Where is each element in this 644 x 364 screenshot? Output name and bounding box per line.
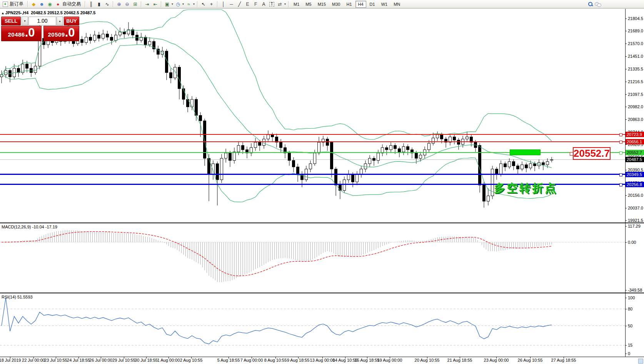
price-axis-tick bbox=[625, 18, 627, 19]
price-axis-tick bbox=[625, 107, 627, 107]
horizontal-line-button[interactable]: ─ bbox=[227, 0, 235, 8]
volume-input[interactable]: 1.00 bbox=[28, 17, 56, 25]
label-button[interactable]: T bbox=[268, 0, 276, 8]
green-highlight-rectangle[interactable] bbox=[510, 149, 541, 155]
timeframe-button-w1[interactable]: W1 bbox=[379, 1, 390, 8]
sell-price-display[interactable]: 20486.0 bbox=[1, 26, 42, 41]
indicators-button[interactable]: ≈ bbox=[185, 0, 193, 8]
rsi-axis-tick-label: 50 bbox=[628, 324, 632, 328]
timeframe-button-h1[interactable]: H1 bbox=[344, 1, 354, 8]
new-order-button-label[interactable]: 新订单 bbox=[10, 1, 23, 7]
time-axis-label: 15 Aug 18:55 bbox=[355, 358, 380, 362]
turning-point-annotation[interactable]: 多空转折点 bbox=[494, 181, 557, 196]
price-axis-tick bbox=[625, 195, 627, 196]
zoom-in-button[interactable]: ⊕ bbox=[115, 0, 123, 8]
price-axis-tick bbox=[625, 69, 627, 69]
pane-separator[interactable] bbox=[0, 292, 644, 293]
time-axis-label: 5 Aug 18:55 bbox=[217, 358, 240, 362]
pane-separator[interactable] bbox=[0, 223, 644, 223]
chart-shift-button[interactable]: ⇤ bbox=[151, 0, 159, 8]
price-axis-tick bbox=[625, 220, 627, 221]
horizontal-line-20656.1[interactable] bbox=[0, 141, 625, 142]
macd-axis-tick-label: -349.58 bbox=[628, 288, 642, 292]
macd-pane-canvas[interactable] bbox=[0, 223, 625, 292]
timeframe-button-h4[interactable]: H4 bbox=[355, 1, 366, 8]
market-watch-button[interactable]: ◉ bbox=[46, 0, 54, 8]
macd-axis-tick bbox=[625, 226, 627, 226]
period-button[interactable]: ◷ bbox=[174, 0, 182, 8]
line-handle[interactable] bbox=[619, 151, 622, 154]
price-axis-tick-label: 19921.5 bbox=[628, 218, 643, 223]
text-button[interactable]: A bbox=[260, 0, 268, 8]
new-chart-button[interactable]: ◆ bbox=[30, 0, 38, 8]
time-axis-label: 27 Aug 18:55 bbox=[551, 358, 576, 362]
timeframe-button-m15[interactable]: M15 bbox=[315, 1, 329, 8]
dropdown-caret-icon[interactable]: ▾ bbox=[284, 2, 286, 6]
timeframe-button-mn[interactable]: MN bbox=[391, 1, 403, 8]
chart-symbol-header[interactable]: ▴JPN225-,H4 20482.5 20512.5 20462.5 2048… bbox=[2, 10, 95, 15]
auto-scroll-button[interactable]: ⇥ bbox=[143, 0, 151, 8]
horizontal-line-20349.5[interactable] bbox=[0, 174, 625, 175]
macd-axis-tick bbox=[625, 290, 627, 290]
zoom-out-button[interactable]: ⊖ bbox=[123, 0, 131, 8]
dropdown-caret-icon[interactable]: ▾ bbox=[172, 2, 173, 6]
bar-chart-button[interactable]: ║ bbox=[87, 0, 95, 8]
autotrading-button-label[interactable]: 自动交易 bbox=[62, 1, 81, 7]
price-axis-tick-label: 21335.5 bbox=[628, 67, 643, 71]
vertical-line-button[interactable]: │ bbox=[219, 0, 227, 8]
big-price-textbox[interactable]: 20552.7 bbox=[573, 147, 611, 160]
rsi-indicator-label: RSI(14) 51.5593 bbox=[2, 295, 33, 299]
sell-price-pips: .0 bbox=[25, 26, 35, 39]
new-order-button[interactable]: + bbox=[1, 0, 9, 8]
buy-button[interactable]: BUY bbox=[64, 17, 79, 25]
crosshair-button[interactable]: + bbox=[207, 0, 215, 8]
time-axis-label: 29 Jul 10:55 bbox=[112, 358, 135, 362]
line-handle[interactable] bbox=[619, 133, 622, 136]
time-axis-label: 21 Aug 18:55 bbox=[447, 358, 472, 362]
profiles-button[interactable]: ☻ bbox=[38, 0, 46, 8]
price-axis-tick bbox=[625, 144, 627, 145]
chat-button[interactable] bbox=[594, 1, 602, 8]
cursor-button[interactable]: ↖ bbox=[199, 0, 207, 8]
line-chart-button[interactable]: ∿ bbox=[103, 0, 111, 8]
timeframe-button-m1[interactable]: M1 bbox=[291, 1, 302, 8]
line-handle[interactable] bbox=[619, 183, 622, 186]
line-handle[interactable] bbox=[619, 173, 622, 176]
time-axis-label: 13 Aug 00:00 bbox=[310, 358, 335, 362]
price-axis-tick-label: 20982.0 bbox=[628, 104, 643, 109]
timeframe-button-m30[interactable]: M30 bbox=[329, 1, 343, 8]
trendline-button[interactable]: ╱ bbox=[235, 0, 244, 8]
symbol-label: JPN225-,H4 bbox=[5, 10, 29, 15]
timeframe-button-d1[interactable]: D1 bbox=[367, 1, 378, 8]
search-button[interactable] bbox=[587, 1, 594, 8]
timeframe-button-m5[interactable]: M5 bbox=[303, 1, 314, 8]
dropdown-caret-icon[interactable]: ▾ bbox=[193, 2, 195, 6]
candlestick-button[interactable]: ▮ bbox=[95, 0, 103, 8]
pane-separator[interactable] bbox=[0, 222, 644, 223]
new-window-button[interactable]: ▣ bbox=[163, 0, 171, 8]
collapse-chart-icon[interactable]: ▴ bbox=[2, 11, 4, 15]
tile-windows-button[interactable]: ⊞ bbox=[131, 0, 139, 8]
rsi-pane-canvas[interactable] bbox=[0, 294, 625, 356]
rsi-axis-tick bbox=[625, 309, 627, 309]
horizontal-line-20723.9[interactable] bbox=[0, 134, 625, 135]
arrows-button[interactable]: ⇄ bbox=[276, 0, 284, 8]
buy-price-display[interactable]: 20509.0 bbox=[43, 26, 79, 41]
sell-button[interactable]: SELL bbox=[1, 17, 21, 25]
equidistant-channel-button[interactable]: E bbox=[244, 0, 252, 8]
price-axis-tick bbox=[625, 44, 627, 44]
price-axis-tick-label: 21451.0 bbox=[628, 54, 643, 59]
fibonacci-button[interactable]: F bbox=[252, 0, 260, 8]
price-axis-tick-label: 20156.0 bbox=[628, 193, 643, 198]
price-axis-tick-label: 21097.5 bbox=[628, 92, 643, 97]
autotrading-button[interactable]: ● bbox=[54, 0, 62, 8]
volume-increase-button[interactable]: ▲ bbox=[57, 17, 63, 25]
time-axis-label: 20 Aug 10:55 bbox=[415, 358, 440, 362]
price-axis-tick bbox=[625, 208, 627, 208]
pane-separator[interactable] bbox=[0, 293, 644, 294]
dropdown-caret-icon[interactable]: ▾ bbox=[182, 2, 184, 6]
volume-decrease-button[interactable]: ▼ bbox=[22, 17, 28, 25]
toolbar-separator bbox=[217, 1, 218, 7]
line-handle[interactable] bbox=[619, 141, 622, 144]
macd-axis-tick-label: 117.29 bbox=[628, 224, 641, 228]
